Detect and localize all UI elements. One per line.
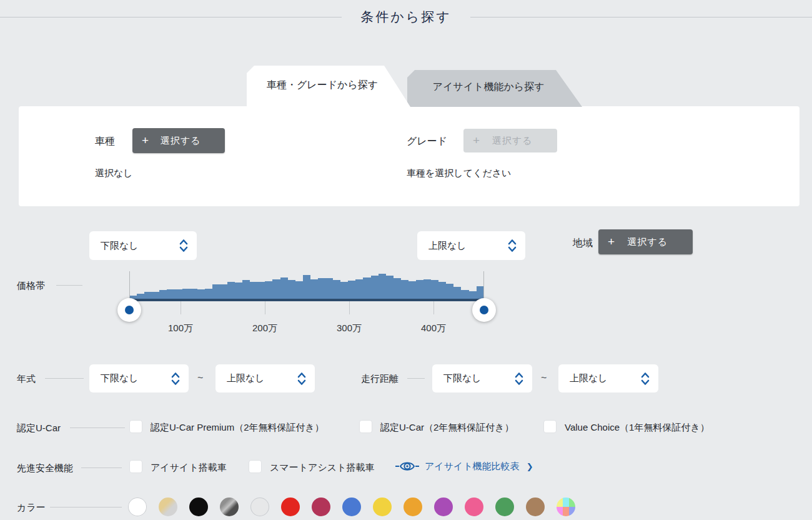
slider-handle-dot [125,306,134,314]
multicolor-cell [563,507,569,516]
chevron-up-down-icon [171,372,180,386]
year-min-select[interactable]: 下限なし [89,364,189,392]
mileage-max-select[interactable]: 上限なし [558,364,658,392]
checkbox-certified-premium[interactable] [129,420,142,433]
checkbox-eyesight-equipped-label: アイサイト搭載車 [151,462,227,474]
color-leader-line [50,507,122,508]
histogram-bar [431,280,438,299]
histogram-bar [379,274,386,299]
color-swatch-black[interactable] [189,498,208,516]
slider-min-handle[interactable] [117,298,141,322]
title-rule-right [470,17,812,18]
histogram-bar [227,282,235,299]
price-band-label: 価格帯 [17,280,45,292]
color-swatches [128,498,575,516]
plus-icon: + [132,134,149,148]
region-label: 地域 [573,237,593,250]
axis-tick-label: 200万 [240,322,290,334]
model-grade-panel: 車種 + 選択する 選択なし グレード + 選択する 車種を選択してください [19,106,800,206]
histogram-bar [280,278,288,299]
chevron-up-down-icon [297,372,306,386]
histogram-bar [408,281,416,299]
certified-leader-line [70,428,125,428]
histogram-bar [423,279,431,299]
color-swatch-white[interactable] [128,498,147,516]
price-max-select[interactable]: 上限なし [417,231,525,260]
grade-placeholder-text: 車種を選択してください [407,168,511,179]
model-label: 車種 [95,135,115,148]
chevron-up-down-icon [641,372,650,386]
histogram-bar [272,279,280,299]
histogram-bar [295,281,303,299]
tab-model-grade-search-label: 車種・グレードから探す [267,79,378,92]
histogram-bar [363,278,370,299]
mileage-range-tilde: ~ [541,372,547,384]
page-title-row: 条件から探す [0,8,812,26]
histogram-bar [144,292,152,299]
histogram-bar [446,284,453,299]
axis-tick [265,301,265,314]
price-min-select[interactable]: 下限なし [89,231,197,260]
region-select-button[interactable]: + 選択する [598,229,693,254]
checkbox-value-choice-label: Value Choice（1年無料保証付き） [565,422,710,434]
mileage-max-value: 上限なし [570,372,641,384]
price-histogram-bars [129,271,484,299]
color-swatch-orange[interactable] [404,498,422,516]
search-by-conditions-page: 条件から探す アイサイト機能から探す 車種・グレードから探す 車種 + 選択する… [0,0,812,520]
color-swatch-silver[interactable] [250,498,269,516]
histogram-bar [469,291,477,299]
checkbox-certified-ucar-label: 認定U-Car（2年無料保証付き） [380,422,514,434]
histogram-bar [167,289,174,299]
tab-eyesight-search-label: アイサイト機能から探す [433,81,545,94]
checkbox-eyesight-equipped[interactable] [129,460,142,473]
histogram-bar [174,289,182,299]
histogram-bar [205,289,212,299]
checkbox-certified-ucar[interactable] [359,420,372,433]
color-swatch-pink[interactable] [465,498,483,516]
multicolor-cell [569,507,575,516]
year-leader-line [45,378,84,379]
year-max-select[interactable]: 上限なし [215,364,315,392]
eyesight-comparison-link[interactable]: アイサイト機能比較表 ❯ [395,459,533,473]
color-swatch-purple[interactable] [434,498,453,516]
mileage-min-select[interactable]: 下限なし [432,364,532,392]
certified-ucar-label: 認定U-Car [17,422,61,434]
histogram-bar [152,292,159,299]
color-swatch-gray-two-tone[interactable] [220,498,239,516]
year-range-tilde: ~ [197,372,203,384]
mileage-label: 走行距離 [361,373,399,385]
histogram-bar [190,289,197,299]
multicolor-cell [557,498,563,507]
histogram-bar [242,280,250,299]
histogram-bar [159,290,167,299]
histogram-bar [394,278,401,299]
tab-eyesight-search[interactable]: アイサイト機能から探す [407,70,582,107]
color-swatch-brown[interactable] [526,498,545,516]
grade-select-button[interactable]: + 選択する [463,129,557,152]
color-swatch-yellow[interactable] [373,498,392,516]
checkbox-certified-premium-label: 認定U-Car Premium（2年無料保証付き） [151,422,324,434]
color-swatch-blue[interactable] [342,498,361,516]
price-min-value: 下限なし [101,240,179,252]
histogram-bar [416,280,423,299]
axis-tick-label: 400万 [408,322,458,334]
color-swatch-green[interactable] [495,498,514,516]
slider-max-handle[interactable] [472,298,496,322]
model-select-button[interactable]: + 選択する [132,128,225,153]
histogram-bar [250,282,257,299]
checkbox-smart-assist-equipped[interactable] [249,460,262,473]
plus-icon: + [598,235,615,249]
histogram-bar [325,278,333,299]
checkbox-value-choice[interactable] [543,420,557,433]
tab-model-grade-search[interactable]: 車種・グレードから探す [247,66,410,107]
color-swatch-champagne-silver[interactable] [159,498,177,516]
color-swatch-red[interactable] [281,498,300,516]
histogram-bar [333,280,340,299]
color-swatch-multicolor[interactable] [557,498,575,516]
grade-label: グレード [407,135,447,148]
color-swatch-wine-red[interactable] [312,498,330,516]
axis-tick-label: 300万 [324,322,374,334]
histogram-bar [182,289,190,299]
year-min-value: 下限なし [101,372,171,384]
histogram-bar [197,289,205,299]
